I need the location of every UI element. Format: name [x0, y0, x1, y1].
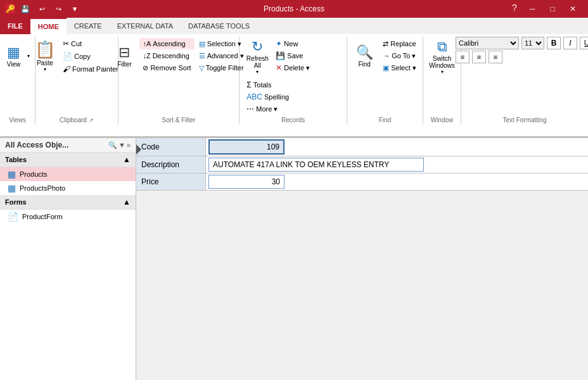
- spelling-button[interactable]: ABC Spelling: [243, 91, 292, 103]
- new-record-button[interactable]: ✦ New: [272, 38, 313, 49]
- descending-label: Descending: [153, 52, 189, 60]
- ribbon-group-sort-filter: ⊟ Filter ↑A Ascending ↓Z Descending ⊘ Re…: [118, 37, 240, 125]
- form-row-description: Description: [136, 156, 588, 174]
- restore-button[interactable]: □: [542, 0, 563, 18]
- code-field: [206, 138, 588, 156]
- ribbon-group-views: ▦ View ▾ Views: [0, 37, 35, 125]
- font-name-select[interactable]: Calibri: [456, 37, 519, 49]
- remove-sort-button[interactable]: ⊘ Remove Sort: [139, 62, 194, 73]
- save-quick-btn[interactable]: 💾: [19, 3, 32, 15]
- sidebar-options-btn[interactable]: ▼: [118, 141, 125, 149]
- tab-home[interactable]: HOME: [30, 18, 67, 34]
- price-input[interactable]: [208, 175, 284, 189]
- more-quick-btn[interactable]: ▼: [68, 3, 81, 15]
- sidebar-item-product-form[interactable]: 📄 ProductForm: [0, 210, 136, 224]
- sidebar-search-btn[interactable]: 🔍: [108, 141, 117, 149]
- view-main-button[interactable]: ▦ View: [3, 37, 25, 75]
- code-input[interactable]: [208, 139, 284, 155]
- sidebar-item-products-photo[interactable]: ▦ ProductsPhoto: [0, 181, 136, 195]
- sidebar-item-label-product-form: ProductForm: [22, 213, 63, 220]
- sidebar-header: All Access Obje... 🔍 ▼ «: [0, 138, 136, 153]
- views-label: Views: [0, 117, 35, 124]
- align-left-button[interactable]: ≡: [456, 51, 470, 63]
- ribbon-group-find: 🔍 Find ⇄ Replace → Go To ▾ ▣ Select ▾: [347, 37, 423, 125]
- sidebar: All Access Obje... 🔍 ▼ « Tables ▲ ▦ Prod…: [0, 138, 136, 380]
- more-records-button[interactable]: ⋯ More ▾: [243, 103, 292, 115]
- delete-record-button[interactable]: ✕ Delete ▾: [272, 62, 313, 73]
- totals-button[interactable]: Σ Totals: [243, 79, 292, 91]
- price-field: [206, 174, 588, 190]
- description-label: Description: [136, 156, 206, 173]
- form-row-code: Code: [136, 138, 588, 156]
- refresh-button[interactable]: ↻ RefreshAll ▾: [243, 37, 271, 77]
- forms-section-header[interactable]: Forms ▲: [0, 195, 136, 210]
- cut-label: Cut: [71, 40, 82, 48]
- sidebar-item-products[interactable]: ▦ Products: [0, 167, 136, 181]
- save-record-button[interactable]: 💾 Save: [272, 50, 313, 61]
- selection-label: Selection ▾: [207, 40, 241, 48]
- ribbon-group-records: ↻ RefreshAll ▾ ✦ New 💾 Save ✕ Dele: [240, 37, 347, 125]
- record-pointer: [136, 144, 141, 155]
- window-controls: ? ─ □ ✕: [507, 0, 583, 18]
- text-formatting-label: Text Formatting: [461, 117, 588, 124]
- advanced-label: Advanced ▾: [207, 52, 244, 60]
- close-button[interactable]: ✕: [563, 0, 583, 18]
- descending-button[interactable]: ↓Z Descending: [139, 50, 194, 61]
- redo-quick-btn[interactable]: ↪: [52, 3, 65, 15]
- title-bar-left: 🔑 💾 ↩ ↪ ▼: [5, 3, 81, 15]
- bold-button[interactable]: B: [547, 37, 561, 49]
- form-record: Code Description Price: [136, 138, 588, 191]
- tab-database-tools[interactable]: DATABASE TOOLS: [181, 18, 257, 34]
- undo-quick-btn[interactable]: ↩: [35, 3, 48, 15]
- tab-create[interactable]: CREATE: [67, 18, 110, 34]
- ascending-button[interactable]: ↑A Ascending: [139, 38, 194, 49]
- tables-section-title: Tables: [5, 156, 27, 163]
- title-bar: 🔑 💾 ↩ ↪ ▼ Products - Access ? ─ □ ✕: [0, 0, 588, 18]
- italic-button[interactable]: I: [563, 37, 577, 49]
- goto-label: Go To ▾: [392, 52, 416, 60]
- find-button[interactable]: 🔍 Find: [350, 37, 378, 75]
- sidebar-item-label-products: Products: [20, 170, 47, 178]
- toggle-filter-label: Toggle Filter: [206, 64, 244, 72]
- align-right-button[interactable]: ≡: [489, 51, 502, 63]
- goto-button[interactable]: → Go To ▾: [380, 50, 419, 61]
- select-button[interactable]: ▣ Select ▾: [380, 62, 419, 73]
- forms-section-title: Forms: [5, 198, 27, 206]
- clipboard-label: Clipboard ↗: [35, 117, 118, 124]
- help-button[interactable]: ?: [507, 0, 522, 15]
- remove-sort-label: Remove Sort: [150, 64, 191, 72]
- paste-button[interactable]: 📋 Paste ▾: [32, 37, 58, 75]
- filter-button[interactable]: ⊟ Filter: [110, 37, 138, 75]
- forms-collapse-icon: ▲: [123, 198, 131, 206]
- description-input[interactable]: [208, 158, 424, 172]
- tab-external-data[interactable]: EXTERNAL DATA: [110, 18, 181, 34]
- switch-windows-button[interactable]: ⧉ SwitchWindows ▾: [427, 37, 457, 77]
- find-label: Find: [347, 117, 423, 124]
- form-row-price: Price: [136, 174, 588, 191]
- more-label: More ▾: [256, 105, 278, 113]
- view-split-button[interactable]: ▦ View ▾: [3, 37, 33, 75]
- table-icon-products-photo: ▦: [8, 183, 16, 193]
- form-icon-product-form: 📄: [8, 212, 18, 222]
- ascending-label: Ascending: [153, 40, 185, 48]
- sidebar-collapse-btn[interactable]: «: [127, 141, 131, 149]
- ribbon-group-text-formatting: Calibri 11 B I U ≡ ≡ ≡ Text Formatting: [461, 37, 588, 125]
- sort-filter-label: Sort & Filter: [118, 117, 240, 124]
- records-label: Records: [240, 117, 347, 124]
- replace-button[interactable]: ⇄ Replace: [380, 38, 419, 49]
- table-icon-products: ▦: [8, 169, 16, 179]
- ribbon: ▦ View ▾ Views 📋 Paste ▾ ✂ Cu: [0, 34, 588, 138]
- minimize-button[interactable]: ─: [522, 0, 542, 18]
- totals-label: Totals: [253, 81, 272, 89]
- tables-section-header[interactable]: Tables ▲: [0, 153, 136, 167]
- tables-collapse-icon: ▲: [123, 155, 131, 164]
- font-size-select[interactable]: 11: [521, 37, 544, 49]
- app-icon: 🔑: [5, 4, 15, 14]
- save-label: Save: [287, 52, 303, 60]
- underline-button[interactable]: U: [580, 37, 588, 49]
- select-label: Select ▾: [391, 64, 416, 72]
- sidebar-item-label-products-photo: ProductsPhoto: [20, 184, 65, 192]
- description-field: [206, 156, 588, 173]
- tab-file[interactable]: FILE: [0, 18, 30, 34]
- align-center-button[interactable]: ≡: [472, 51, 486, 63]
